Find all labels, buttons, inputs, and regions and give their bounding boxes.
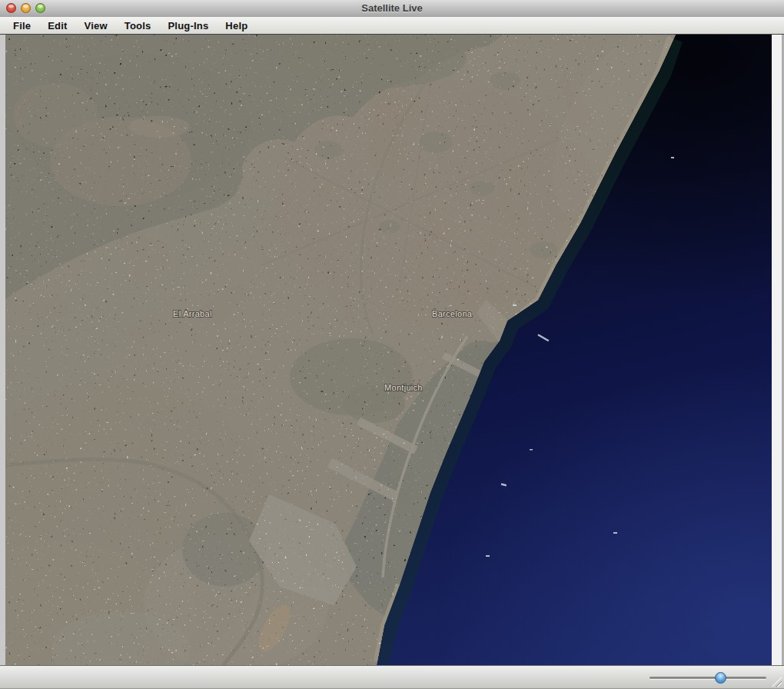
map-label-montjuich: Montjuich [384,383,423,392]
resize-grip-icon[interactable] [772,677,782,687]
zoom-slider-track[interactable] [649,677,766,679]
zoom-slider-knob[interactable] [715,672,726,684]
map-label-barcelona: Barcelona [432,309,473,318]
minimize-button[interactable] [21,3,31,13]
menu-view[interactable]: View [85,20,108,32]
status-bar [0,665,784,689]
zoom-window-button[interactable] [35,3,45,13]
window-title: Satellite Live [0,0,784,17]
map-frame: El Arrabal Barcelona Montjuich [0,35,784,665]
title-bar[interactable]: Satellite Live [0,0,784,18]
menu-tools[interactable]: Tools [125,20,151,32]
menu-help[interactable]: Help [225,20,247,32]
window-controls [6,3,45,13]
app-window: Satellite Live File Edit View Tools Plug… [0,0,784,689]
close-button[interactable] [6,3,16,13]
menu-bar: File Edit View Tools Plug-Ins Help [0,17,784,35]
map-canvas: El Arrabal Barcelona Montjuich [5,35,772,665]
menu-edit[interactable]: Edit [48,20,67,32]
satellite-map[interactable]: El Arrabal Barcelona Montjuich [5,35,772,665]
menu-plugins[interactable]: Plug-Ins [168,20,208,32]
map-label-el-arrabal: El Arrabal [173,309,212,318]
menu-file[interactable]: File [13,20,31,32]
